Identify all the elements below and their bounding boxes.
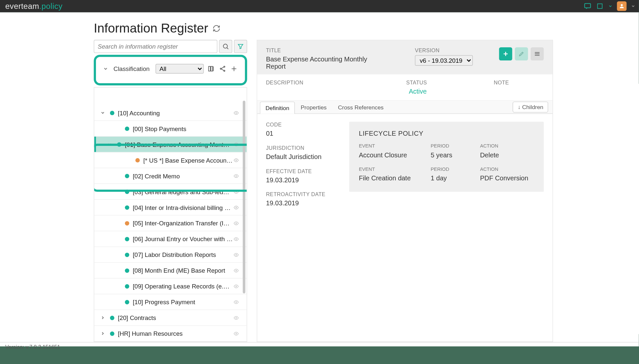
filter-button[interactable] xyxy=(234,40,247,53)
chevron-down-icon[interactable] xyxy=(107,142,116,147)
children-button[interactable]: ↓ Children xyxy=(513,102,548,112)
brand-suffix: .policy xyxy=(39,2,62,11)
tab-properties[interactable]: Properties xyxy=(295,101,332,113)
page-title: Information Register xyxy=(94,21,208,35)
svg-point-13 xyxy=(236,175,237,176)
tree-scrollbar[interactable] xyxy=(242,88,246,342)
tree-item-label: [08] Month End (ME) Base Report xyxy=(133,267,233,274)
visibility-icon[interactable] xyxy=(233,157,242,163)
chevron-down-icon[interactable] xyxy=(100,110,109,115)
retro-label: RETROACTIVITY DATE xyxy=(266,192,332,198)
tree-row[interactable]: [08] Month End (ME) Base Report xyxy=(94,263,247,279)
tree-row[interactable]: [03] General ledgers and Sub-ledgers xyxy=(94,184,247,200)
svg-point-15 xyxy=(236,207,237,208)
jurisdiction-label: JURISDICTION xyxy=(266,145,332,151)
version-label: VERSION xyxy=(415,47,473,54)
comment-icon[interactable] xyxy=(584,2,592,10)
lc-r2-action: PDF Conversion xyxy=(480,174,534,182)
tab-cross-references[interactable]: Cross References xyxy=(332,101,389,113)
visibility-icon[interactable] xyxy=(233,331,242,336)
svg-point-12 xyxy=(236,160,237,161)
tree-row[interactable]: [04] Inter or Intra-divisional billing a… xyxy=(94,200,247,216)
visibility-icon[interactable] xyxy=(233,284,242,289)
visibility-icon[interactable] xyxy=(233,236,242,241)
chevron-down-icon[interactable] xyxy=(608,2,612,10)
status-value: Active xyxy=(409,88,427,95)
visibility-icon[interactable] xyxy=(233,173,242,178)
user-chevron-icon[interactable] xyxy=(631,2,635,10)
tree-row[interactable]: [09] Operating Lease Records (e.g., prop… xyxy=(94,279,247,294)
tree-row[interactable]: [01] Base Expense Accounting Monthly Rep… xyxy=(94,137,247,152)
tree-item-label: [03] General ledgers and Sub-ledgers xyxy=(133,188,233,195)
refresh-icon[interactable] xyxy=(213,24,221,32)
lc-r1-action: Delete xyxy=(480,151,534,159)
share-icon[interactable] xyxy=(219,65,226,73)
svg-rect-0 xyxy=(585,4,591,8)
visibility-icon[interactable] xyxy=(233,189,242,194)
lc-event-header2: EVENT xyxy=(359,167,422,172)
search-button[interactable] xyxy=(219,40,232,53)
lc-action-header2: ACTION xyxy=(480,167,534,172)
tree-row[interactable]: [02] Credit Memo xyxy=(94,168,247,184)
tree-row[interactable]: [10] Progress Payment xyxy=(94,294,247,310)
chevron-right-icon[interactable] xyxy=(100,331,109,336)
tree-item-label: [10] Accounting xyxy=(118,109,233,116)
tree-row[interactable]: [06] Journal Entry or Voucher with Backu… xyxy=(94,231,247,247)
tab-definition[interactable]: Definition xyxy=(260,102,295,114)
visibility-icon[interactable] xyxy=(233,299,242,305)
status-dot-icon xyxy=(125,252,129,257)
tree-item-label: [20] Contracts xyxy=(118,314,233,321)
note-label: NOTE xyxy=(494,80,509,86)
classification-toggle-icon[interactable] xyxy=(103,66,108,71)
lc-event-header: EVENT xyxy=(359,143,422,148)
svg-point-10 xyxy=(236,112,237,113)
visibility-icon[interactable] xyxy=(233,142,242,147)
lc-r1-event: Account Closure xyxy=(359,151,422,159)
svg-point-20 xyxy=(236,286,237,287)
columns-icon[interactable] xyxy=(207,65,215,73)
tree-item-label: [00] Stop Payments xyxy=(133,125,240,132)
svg-point-22 xyxy=(236,317,237,318)
svg-point-23 xyxy=(236,333,237,334)
tree-item-label: [02] Credit Memo xyxy=(133,172,233,179)
tree-row[interactable]: [HR] Human Resources xyxy=(94,326,247,342)
edit-button[interactable] xyxy=(515,47,528,60)
visibility-icon[interactable] xyxy=(233,205,242,210)
chevron-right-icon[interactable] xyxy=(100,315,109,320)
svg-point-3 xyxy=(223,44,227,48)
tree-row[interactable]: [05] Inter-Organization Transfer (IOT) D… xyxy=(94,216,247,231)
tree-row[interactable]: [10] Accounting xyxy=(94,105,247,121)
brand-prefix: everteam xyxy=(5,2,39,11)
lc-action-header: ACTION xyxy=(480,143,534,148)
code-label: CODE xyxy=(266,122,332,128)
status-dot-icon xyxy=(117,142,121,147)
svg-rect-1 xyxy=(598,4,602,9)
status-label: STATUS xyxy=(406,80,468,86)
tree-item-label: [10] Progress Payment xyxy=(133,298,233,305)
svg-point-21 xyxy=(236,302,237,303)
tree-row[interactable]: [* US *] Base Expense Accounting Florida xyxy=(94,152,247,168)
classification-select[interactable]: All xyxy=(155,64,204,74)
visibility-icon[interactable] xyxy=(233,252,242,257)
visibility-icon[interactable] xyxy=(233,110,242,115)
visibility-icon[interactable] xyxy=(233,220,242,226)
add-button[interactable] xyxy=(499,47,512,60)
user-avatar[interactable] xyxy=(617,1,627,11)
menu-button[interactable] xyxy=(531,47,544,60)
visibility-icon[interactable] xyxy=(233,268,242,273)
window-icon[interactable] xyxy=(596,2,604,10)
tree-row[interactable]: [00] Stop Payments xyxy=(94,121,247,137)
lc-r1-period: 5 years xyxy=(431,151,471,159)
effective-value: 19.03.2019 xyxy=(266,176,332,184)
tree-row[interactable]: [20] Contracts xyxy=(94,310,247,326)
status-dot-icon xyxy=(110,331,114,335)
version-select[interactable]: v6 - 19.03.2019 xyxy=(415,55,473,66)
tree-row[interactable]: [07] Labor Distribution Reports xyxy=(94,247,247,263)
search-input[interactable] xyxy=(94,40,217,53)
tree-item-label: [* US *] Base Expense Accounting Florida xyxy=(143,157,233,164)
version-footer: Version: v.7.0.3.151651 xyxy=(0,342,639,352)
visibility-icon[interactable] xyxy=(233,315,242,320)
status-dot-icon xyxy=(135,158,140,162)
svg-point-19 xyxy=(236,270,237,271)
add-icon[interactable] xyxy=(230,65,238,73)
